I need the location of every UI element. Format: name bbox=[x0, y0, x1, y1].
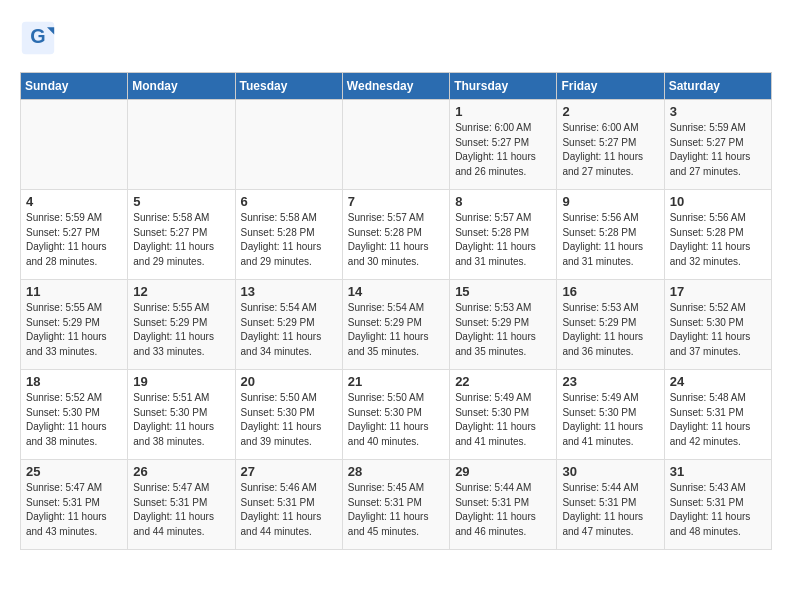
day-number: 22 bbox=[455, 374, 551, 389]
day-info: Sunrise: 5:51 AM Sunset: 5:30 PM Dayligh… bbox=[133, 391, 229, 449]
svg-text:G: G bbox=[30, 25, 45, 47]
day-number: 5 bbox=[133, 194, 229, 209]
calendar-cell: 27Sunrise: 5:46 AM Sunset: 5:31 PM Dayli… bbox=[235, 460, 342, 550]
day-info: Sunrise: 5:53 AM Sunset: 5:29 PM Dayligh… bbox=[562, 301, 658, 359]
day-info: Sunrise: 5:50 AM Sunset: 5:30 PM Dayligh… bbox=[241, 391, 337, 449]
calendar-cell: 21Sunrise: 5:50 AM Sunset: 5:30 PM Dayli… bbox=[342, 370, 449, 460]
calendar-cell bbox=[342, 100, 449, 190]
day-info: Sunrise: 5:43 AM Sunset: 5:31 PM Dayligh… bbox=[670, 481, 766, 539]
calendar-cell: 25Sunrise: 5:47 AM Sunset: 5:31 PM Dayli… bbox=[21, 460, 128, 550]
calendar-cell: 28Sunrise: 5:45 AM Sunset: 5:31 PM Dayli… bbox=[342, 460, 449, 550]
calendar-cell: 19Sunrise: 5:51 AM Sunset: 5:30 PM Dayli… bbox=[128, 370, 235, 460]
day-info: Sunrise: 5:48 AM Sunset: 5:31 PM Dayligh… bbox=[670, 391, 766, 449]
calendar-cell: 18Sunrise: 5:52 AM Sunset: 5:30 PM Dayli… bbox=[21, 370, 128, 460]
calendar-cell: 1Sunrise: 6:00 AM Sunset: 5:27 PM Daylig… bbox=[450, 100, 557, 190]
day-number: 27 bbox=[241, 464, 337, 479]
day-info: Sunrise: 5:52 AM Sunset: 5:30 PM Dayligh… bbox=[670, 301, 766, 359]
day-number: 23 bbox=[562, 374, 658, 389]
day-number: 4 bbox=[26, 194, 122, 209]
calendar-cell bbox=[21, 100, 128, 190]
day-info: Sunrise: 5:59 AM Sunset: 5:27 PM Dayligh… bbox=[670, 121, 766, 179]
calendar-cell: 9Sunrise: 5:56 AM Sunset: 5:28 PM Daylig… bbox=[557, 190, 664, 280]
day-number: 6 bbox=[241, 194, 337, 209]
day-info: Sunrise: 5:47 AM Sunset: 5:31 PM Dayligh… bbox=[133, 481, 229, 539]
col-header-wednesday: Wednesday bbox=[342, 73, 449, 100]
day-info: Sunrise: 5:59 AM Sunset: 5:27 PM Dayligh… bbox=[26, 211, 122, 269]
day-number: 16 bbox=[562, 284, 658, 299]
day-number: 13 bbox=[241, 284, 337, 299]
calendar-header-row: SundayMondayTuesdayWednesdayThursdayFrid… bbox=[21, 73, 772, 100]
day-info: Sunrise: 5:56 AM Sunset: 5:28 PM Dayligh… bbox=[670, 211, 766, 269]
day-info: Sunrise: 5:53 AM Sunset: 5:29 PM Dayligh… bbox=[455, 301, 551, 359]
calendar-cell: 30Sunrise: 5:44 AM Sunset: 5:31 PM Dayli… bbox=[557, 460, 664, 550]
day-number: 9 bbox=[562, 194, 658, 209]
col-header-tuesday: Tuesday bbox=[235, 73, 342, 100]
calendar-cell: 26Sunrise: 5:47 AM Sunset: 5:31 PM Dayli… bbox=[128, 460, 235, 550]
calendar-week-row: 11Sunrise: 5:55 AM Sunset: 5:29 PM Dayli… bbox=[21, 280, 772, 370]
calendar-cell: 24Sunrise: 5:48 AM Sunset: 5:31 PM Dayli… bbox=[664, 370, 771, 460]
calendar-cell: 20Sunrise: 5:50 AM Sunset: 5:30 PM Dayli… bbox=[235, 370, 342, 460]
calendar-cell: 7Sunrise: 5:57 AM Sunset: 5:28 PM Daylig… bbox=[342, 190, 449, 280]
calendar-table: SundayMondayTuesdayWednesdayThursdayFrid… bbox=[20, 72, 772, 550]
calendar-cell: 14Sunrise: 5:54 AM Sunset: 5:29 PM Dayli… bbox=[342, 280, 449, 370]
day-info: Sunrise: 5:58 AM Sunset: 5:28 PM Dayligh… bbox=[241, 211, 337, 269]
day-info: Sunrise: 5:47 AM Sunset: 5:31 PM Dayligh… bbox=[26, 481, 122, 539]
col-header-monday: Monday bbox=[128, 73, 235, 100]
col-header-friday: Friday bbox=[557, 73, 664, 100]
day-number: 29 bbox=[455, 464, 551, 479]
day-number: 10 bbox=[670, 194, 766, 209]
day-number: 17 bbox=[670, 284, 766, 299]
calendar-cell: 6Sunrise: 5:58 AM Sunset: 5:28 PM Daylig… bbox=[235, 190, 342, 280]
day-info: Sunrise: 5:45 AM Sunset: 5:31 PM Dayligh… bbox=[348, 481, 444, 539]
calendar-cell bbox=[128, 100, 235, 190]
day-info: Sunrise: 5:44 AM Sunset: 5:31 PM Dayligh… bbox=[455, 481, 551, 539]
calendar-cell: 11Sunrise: 5:55 AM Sunset: 5:29 PM Dayli… bbox=[21, 280, 128, 370]
day-info: Sunrise: 5:49 AM Sunset: 5:30 PM Dayligh… bbox=[455, 391, 551, 449]
day-info: Sunrise: 6:00 AM Sunset: 5:27 PM Dayligh… bbox=[455, 121, 551, 179]
calendar-cell: 29Sunrise: 5:44 AM Sunset: 5:31 PM Dayli… bbox=[450, 460, 557, 550]
day-number: 11 bbox=[26, 284, 122, 299]
calendar-week-row: 4Sunrise: 5:59 AM Sunset: 5:27 PM Daylig… bbox=[21, 190, 772, 280]
calendar-cell: 8Sunrise: 5:57 AM Sunset: 5:28 PM Daylig… bbox=[450, 190, 557, 280]
day-number: 15 bbox=[455, 284, 551, 299]
day-info: Sunrise: 5:55 AM Sunset: 5:29 PM Dayligh… bbox=[26, 301, 122, 359]
day-info: Sunrise: 5:50 AM Sunset: 5:30 PM Dayligh… bbox=[348, 391, 444, 449]
calendar-week-row: 18Sunrise: 5:52 AM Sunset: 5:30 PM Dayli… bbox=[21, 370, 772, 460]
day-number: 30 bbox=[562, 464, 658, 479]
day-number: 2 bbox=[562, 104, 658, 119]
day-number: 21 bbox=[348, 374, 444, 389]
day-info: Sunrise: 5:46 AM Sunset: 5:31 PM Dayligh… bbox=[241, 481, 337, 539]
calendar-cell bbox=[235, 100, 342, 190]
calendar-cell: 5Sunrise: 5:58 AM Sunset: 5:27 PM Daylig… bbox=[128, 190, 235, 280]
day-number: 19 bbox=[133, 374, 229, 389]
day-info: Sunrise: 5:44 AM Sunset: 5:31 PM Dayligh… bbox=[562, 481, 658, 539]
day-info: Sunrise: 5:49 AM Sunset: 5:30 PM Dayligh… bbox=[562, 391, 658, 449]
day-number: 14 bbox=[348, 284, 444, 299]
day-number: 20 bbox=[241, 374, 337, 389]
day-info: Sunrise: 5:55 AM Sunset: 5:29 PM Dayligh… bbox=[133, 301, 229, 359]
page-header: G bbox=[20, 20, 772, 56]
day-number: 1 bbox=[455, 104, 551, 119]
day-number: 25 bbox=[26, 464, 122, 479]
calendar-cell: 16Sunrise: 5:53 AM Sunset: 5:29 PM Dayli… bbox=[557, 280, 664, 370]
col-header-saturday: Saturday bbox=[664, 73, 771, 100]
day-info: Sunrise: 5:56 AM Sunset: 5:28 PM Dayligh… bbox=[562, 211, 658, 269]
calendar-week-row: 25Sunrise: 5:47 AM Sunset: 5:31 PM Dayli… bbox=[21, 460, 772, 550]
calendar-cell: 31Sunrise: 5:43 AM Sunset: 5:31 PM Dayli… bbox=[664, 460, 771, 550]
calendar-cell: 3Sunrise: 5:59 AM Sunset: 5:27 PM Daylig… bbox=[664, 100, 771, 190]
day-number: 28 bbox=[348, 464, 444, 479]
day-info: Sunrise: 5:57 AM Sunset: 5:28 PM Dayligh… bbox=[348, 211, 444, 269]
day-info: Sunrise: 5:54 AM Sunset: 5:29 PM Dayligh… bbox=[241, 301, 337, 359]
day-info: Sunrise: 5:54 AM Sunset: 5:29 PM Dayligh… bbox=[348, 301, 444, 359]
col-header-sunday: Sunday bbox=[21, 73, 128, 100]
calendar-cell: 23Sunrise: 5:49 AM Sunset: 5:30 PM Dayli… bbox=[557, 370, 664, 460]
logo-icon: G bbox=[20, 20, 56, 56]
calendar-cell: 12Sunrise: 5:55 AM Sunset: 5:29 PM Dayli… bbox=[128, 280, 235, 370]
day-info: Sunrise: 5:57 AM Sunset: 5:28 PM Dayligh… bbox=[455, 211, 551, 269]
calendar-week-row: 1Sunrise: 6:00 AM Sunset: 5:27 PM Daylig… bbox=[21, 100, 772, 190]
calendar-cell: 13Sunrise: 5:54 AM Sunset: 5:29 PM Dayli… bbox=[235, 280, 342, 370]
day-number: 24 bbox=[670, 374, 766, 389]
calendar-cell: 4Sunrise: 5:59 AM Sunset: 5:27 PM Daylig… bbox=[21, 190, 128, 280]
col-header-thursday: Thursday bbox=[450, 73, 557, 100]
day-number: 26 bbox=[133, 464, 229, 479]
